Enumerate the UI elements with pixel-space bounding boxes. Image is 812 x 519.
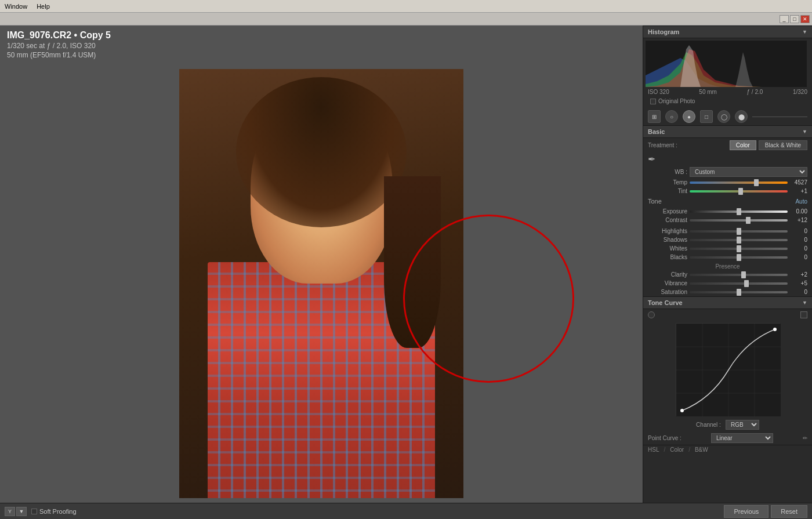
histogram-svg [646,41,807,87]
blacks-label: Blacks [648,254,687,260]
preview-buttons: Y ▼ [5,507,27,516]
clarity-slider-row: Clarity +2 [643,270,812,279]
tone-title: Tone [648,198,662,205]
preview-mode-btn[interactable]: ▼ [16,507,27,516]
tone-curve-canvas[interactable] [676,323,780,416]
temp-value: 4527 [790,179,807,186]
bw-tab[interactable]: B&W [695,447,708,453]
basic-section-header[interactable]: Basic ▼ [643,125,812,138]
shadows-slider-thumb[interactable] [737,237,741,244]
photo-canvas [179,69,463,498]
menu-bar: Window Help [0,0,812,13]
tone-curve-target-icon[interactable] [648,311,655,318]
channel-label: Channel : [696,422,721,428]
right-panel: Histogram ▼ [643,26,812,503]
tone-curve-reset-icon[interactable] [800,311,807,318]
vibrance-slider-row: Vibrance +5 [643,279,812,288]
exposure-label: Exposure [648,208,687,215]
soft-proof-checkbox[interactable] [31,509,37,514]
exposure-slider-thumb[interactable] [737,208,741,215]
red-eye-tool[interactable]: ● [683,110,695,123]
vibrance-slider-track[interactable] [690,282,788,285]
color-tab[interactable]: Color [670,447,684,453]
basic-arrow: ▼ [802,129,807,135]
saturation-slider-track[interactable] [690,291,788,293]
original-photo-checkbox[interactable] [650,99,656,104]
clarity-slider-track[interactable] [690,274,788,276]
minimize-button[interactable]: _ [780,15,789,23]
svg-point-9 [773,328,777,331]
wb-label: WB : [648,169,687,175]
point-curve-dropdown[interactable]: Linear Medium Contrast Strong Contrast [711,433,773,443]
wb-row: WB : Custom As Shot Auto Daylight Cloudy… [643,166,812,178]
exposure-slider-track[interactable] [690,210,788,213]
clarity-value: +2 [790,271,807,278]
tone-curve-header[interactable]: Tone Curve ▼ [643,296,812,309]
exposure-value: 0.00 [790,208,807,215]
treatment-buttons: Color Black & White [730,140,807,150]
highlights-slider-thumb[interactable] [737,228,741,235]
before-after-btn[interactable]: Y [5,507,15,516]
focal-length: 50 mm [699,89,717,95]
blacks-value: 0 [790,254,807,260]
temp-slider-row: Temp 4527 [643,178,812,187]
tone-curve-controls [643,309,812,321]
maximize-button[interactable]: □ [790,15,799,23]
menu-window[interactable]: Window [5,3,27,10]
histogram-canvas [646,41,807,87]
original-photo-row: Original Photo [646,97,810,106]
shadows-value: 0 [790,237,807,243]
original-photo-label: Original Photo [658,98,695,104]
menu-help[interactable]: Help [37,3,50,10]
blacks-slider-thumb[interactable] [737,254,741,261]
wb-dropdown[interactable]: Custom As Shot Auto Daylight Cloudy Shad… [690,167,807,177]
close-button[interactable]: ✕ [800,15,810,23]
basic-panel: Basic ▼ Treatment : Color Black & White … [643,125,812,503]
radial-filter-tool[interactable]: ◯ [717,110,730,123]
spot-removal-tool[interactable]: ○ [665,110,678,123]
left-panel: IMG_9076.CR2 • Copy 5 1/320 sec at ƒ / 2… [0,26,643,503]
tint-slider-thumb[interactable] [738,188,743,195]
previous-button[interactable]: Previous [724,505,768,518]
whites-slider-thumb[interactable] [737,245,741,252]
auto-button[interactable]: Auto [795,198,807,205]
temp-slider-thumb[interactable] [754,179,759,186]
tint-slider-track[interactable] [690,190,788,193]
presence-label: Presence [643,262,812,270]
blacks-slider-track[interactable] [690,256,788,259]
adjustment-brush-tool[interactable]: ⬤ [735,110,748,123]
temp-slider-track[interactable] [690,182,788,184]
point-curve-edit-icon[interactable]: ✏ [803,435,807,441]
tone-curve-title: Tone Curve [648,299,683,306]
reset-button[interactable]: Reset [771,505,807,518]
saturation-slider-thumb[interactable] [737,289,741,296]
tool-icons-row: ⊞ ○ ● □ ◯ ⬤ [643,108,812,125]
vibrance-label: Vibrance [648,280,687,286]
saturation-slider-row: Saturation 0 [643,288,812,296]
contrast-slider-track[interactable] [690,219,788,222]
photo-exposure: 1/320 sec at ƒ / 2.0, ISO 320 [7,42,636,50]
histogram-info: ISO 320 50 mm ƒ / 2.0 1/320 [646,87,810,97]
histogram-header[interactable]: Histogram ▼ [643,26,812,38]
whites-slider-track[interactable] [690,248,788,250]
graduated-filter-tool[interactable]: □ [700,110,713,123]
main-layout: IMG_9076.CR2 • Copy 5 1/320 sec at ƒ / 2… [0,26,812,503]
clarity-slider-thumb[interactable] [741,271,746,278]
hsl-tab[interactable]: HSL [648,447,659,453]
highlights-slider-track[interactable] [690,230,788,233]
whites-slider-row: Whites 0 [643,244,812,253]
photo-lens: 50 mm (EF50mm f/1.4 USM) [7,51,636,59]
crop-tool[interactable]: ⊞ [648,110,661,123]
saturation-label: Saturation [648,289,687,295]
histogram-title: Histogram [648,28,679,35]
contrast-slider-thumb[interactable] [746,217,751,224]
photo-area[interactable] [0,64,643,503]
bw-treatment-btn[interactable]: Black & White [759,140,807,150]
eyedropper-icon[interactable]: ✒ [648,154,655,165]
channel-dropdown[interactable]: RGB Red Green Blue [726,420,759,430]
vibrance-slider-thumb[interactable] [744,280,749,287]
color-treatment-btn[interactable]: Color [730,140,756,150]
tint-label: Tint [648,188,687,194]
tool-divider [752,117,807,117]
shadows-slider-track[interactable] [690,239,788,241]
